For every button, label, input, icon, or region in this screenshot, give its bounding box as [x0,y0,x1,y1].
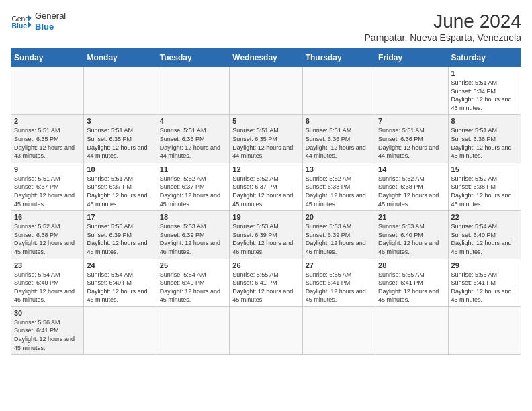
day-info: Sunrise: 5:55 AM Sunset: 6:41 PM Dayligh… [306,271,372,304]
day-info: Sunrise: 5:56 AM Sunset: 6:41 PM Dayligh… [14,318,81,352]
weekday-header-wednesday: Wednesday [230,49,302,67]
month-title: June 2024 [365,11,521,32]
day-number: 23 [14,261,81,269]
day-info: Sunrise: 5:54 AM Sunset: 6:40 PM Dayligh… [14,271,81,304]
day-number: 14 [378,165,445,173]
calendar-cell: 27Sunrise: 5:55 AM Sunset: 6:41 PM Dayli… [302,259,375,306]
calendar-cell [157,306,229,354]
calendar-cell: 26Sunrise: 5:55 AM Sunset: 6:41 PM Dayli… [230,259,302,306]
day-number: 2 [14,117,81,125]
day-info: Sunrise: 5:52 AM Sunset: 6:38 PM Dayligh… [378,175,445,208]
day-info: Sunrise: 5:53 AM Sunset: 6:39 PM Dayligh… [306,222,372,256]
day-number: 20 [306,213,372,221]
day-info: Sunrise: 5:52 AM Sunset: 6:37 PM Dayligh… [232,175,299,208]
day-info: Sunrise: 5:51 AM Sunset: 6:36 PM Dayligh… [378,126,445,160]
logo-icon: General Blue [11,11,32,32]
weekday-header-saturday: Saturday [448,49,521,67]
day-number: 9 [14,165,81,173]
svg-text:Blue: Blue [12,22,28,30]
calendar-cell: 1Sunrise: 5:51 AM Sunset: 6:34 PM Daylig… [448,67,521,115]
calendar-cell: 23Sunrise: 5:54 AM Sunset: 6:40 PM Dayli… [11,259,84,306]
weekday-header-monday: Monday [84,49,157,67]
day-number: 13 [306,165,372,173]
calendar-cell [302,306,375,354]
day-number: 5 [232,117,299,125]
week-row-3: 16Sunrise: 5:52 AM Sunset: 6:38 PM Dayli… [11,211,521,259]
week-row-0: 1Sunrise: 5:51 AM Sunset: 6:34 PM Daylig… [11,67,521,115]
weekday-header-thursday: Thursday [302,49,375,67]
calendar-cell [84,67,157,115]
day-number: 16 [14,213,81,221]
day-number: 11 [160,165,226,173]
calendar-cell [11,67,84,115]
calendar-cell [375,306,448,354]
day-number: 15 [451,165,518,173]
calendar-cell [448,306,521,354]
logo: General Blue General Blue [11,11,66,32]
calendar-cell [230,67,302,115]
calendar-cell: 20Sunrise: 5:53 AM Sunset: 6:39 PM Dayli… [302,211,375,259]
day-number: 17 [87,213,153,221]
day-info: Sunrise: 5:53 AM Sunset: 6:39 PM Dayligh… [232,222,299,256]
day-info: Sunrise: 5:51 AM Sunset: 6:35 PM Dayligh… [14,126,81,160]
day-number: 26 [232,261,299,269]
day-info: Sunrise: 5:52 AM Sunset: 6:38 PM Dayligh… [14,222,81,256]
calendar-cell: 28Sunrise: 5:55 AM Sunset: 6:41 PM Dayli… [375,259,448,306]
calendar-cell: 19Sunrise: 5:53 AM Sunset: 6:39 PM Dayli… [230,211,302,259]
calendar-cell: 6Sunrise: 5:51 AM Sunset: 6:36 PM Daylig… [302,115,375,163]
calendar-cell: 18Sunrise: 5:53 AM Sunset: 6:39 PM Dayli… [157,211,229,259]
day-number: 3 [87,117,153,125]
page-header: General Blue General Blue June 2024 Pamp… [11,11,521,43]
day-info: Sunrise: 5:53 AM Sunset: 6:39 PM Dayligh… [87,222,153,256]
calendar-cell: 7Sunrise: 5:51 AM Sunset: 6:36 PM Daylig… [375,115,448,163]
day-info: Sunrise: 5:51 AM Sunset: 6:36 PM Dayligh… [306,126,372,160]
day-info: Sunrise: 5:54 AM Sunset: 6:40 PM Dayligh… [160,271,226,304]
day-info: Sunrise: 5:52 AM Sunset: 6:37 PM Dayligh… [160,175,226,208]
calendar-cell: 10Sunrise: 5:51 AM Sunset: 6:37 PM Dayli… [84,163,157,210]
calendar-cell: 11Sunrise: 5:52 AM Sunset: 6:37 PM Dayli… [157,163,229,210]
day-info: Sunrise: 5:53 AM Sunset: 6:39 PM Dayligh… [160,222,226,256]
week-row-5: 30Sunrise: 5:56 AM Sunset: 6:41 PM Dayli… [11,306,521,354]
day-info: Sunrise: 5:51 AM Sunset: 6:35 PM Dayligh… [87,126,153,160]
day-info: Sunrise: 5:54 AM Sunset: 6:40 PM Dayligh… [451,222,518,256]
weekday-header-row: SundayMondayTuesdayWednesdayThursdayFrid… [11,49,521,67]
calendar-cell [375,67,448,115]
logo-blue-text: Blue [35,21,66,32]
calendar-cell: 15Sunrise: 5:52 AM Sunset: 6:38 PM Dayli… [448,163,521,210]
calendar-cell: 25Sunrise: 5:54 AM Sunset: 6:40 PM Dayli… [157,259,229,306]
calendar-cell [157,67,229,115]
calendar-cell: 9Sunrise: 5:51 AM Sunset: 6:37 PM Daylig… [11,163,84,210]
day-info: Sunrise: 5:55 AM Sunset: 6:41 PM Dayligh… [451,271,518,304]
day-number: 29 [451,261,518,269]
day-number: 19 [232,213,299,221]
day-info: Sunrise: 5:51 AM Sunset: 6:34 PM Dayligh… [451,79,518,112]
weekday-header-sunday: Sunday [11,49,84,67]
day-number: 24 [87,261,153,269]
day-number: 27 [306,261,372,269]
day-number: 30 [14,309,81,317]
logo-general-text: General [35,11,66,21]
week-row-1: 2Sunrise: 5:51 AM Sunset: 6:35 PM Daylig… [11,115,521,163]
calendar-cell: 4Sunrise: 5:51 AM Sunset: 6:35 PM Daylig… [157,115,229,163]
calendar-cell: 17Sunrise: 5:53 AM Sunset: 6:39 PM Dayli… [84,211,157,259]
calendar-cell: 21Sunrise: 5:53 AM Sunset: 6:40 PM Dayli… [375,211,448,259]
title-area: June 2024 Pampatar, Nueva Esparta, Venez… [365,11,521,43]
week-row-2: 9Sunrise: 5:51 AM Sunset: 6:37 PM Daylig… [11,163,521,210]
calendar-cell [302,67,375,115]
calendar-cell: 29Sunrise: 5:55 AM Sunset: 6:41 PM Dayli… [448,259,521,306]
calendar-cell: 2Sunrise: 5:51 AM Sunset: 6:35 PM Daylig… [11,115,84,163]
day-number: 28 [378,261,445,269]
day-number: 12 [232,165,299,173]
day-info: Sunrise: 5:52 AM Sunset: 6:38 PM Dayligh… [306,175,372,208]
day-number: 10 [87,165,153,173]
day-info: Sunrise: 5:52 AM Sunset: 6:38 PM Dayligh… [451,175,518,208]
calendar-cell: 22Sunrise: 5:54 AM Sunset: 6:40 PM Dayli… [448,211,521,259]
calendar-cell: 8Sunrise: 5:51 AM Sunset: 6:36 PM Daylig… [448,115,521,163]
day-info: Sunrise: 5:51 AM Sunset: 6:35 PM Dayligh… [232,126,299,160]
day-number: 4 [160,117,226,125]
calendar-cell: 30Sunrise: 5:56 AM Sunset: 6:41 PM Dayli… [11,306,84,354]
day-info: Sunrise: 5:51 AM Sunset: 6:37 PM Dayligh… [14,175,81,208]
day-info: Sunrise: 5:53 AM Sunset: 6:40 PM Dayligh… [378,222,445,256]
calendar-cell [230,306,302,354]
calendar-cell: 16Sunrise: 5:52 AM Sunset: 6:38 PM Dayli… [11,211,84,259]
